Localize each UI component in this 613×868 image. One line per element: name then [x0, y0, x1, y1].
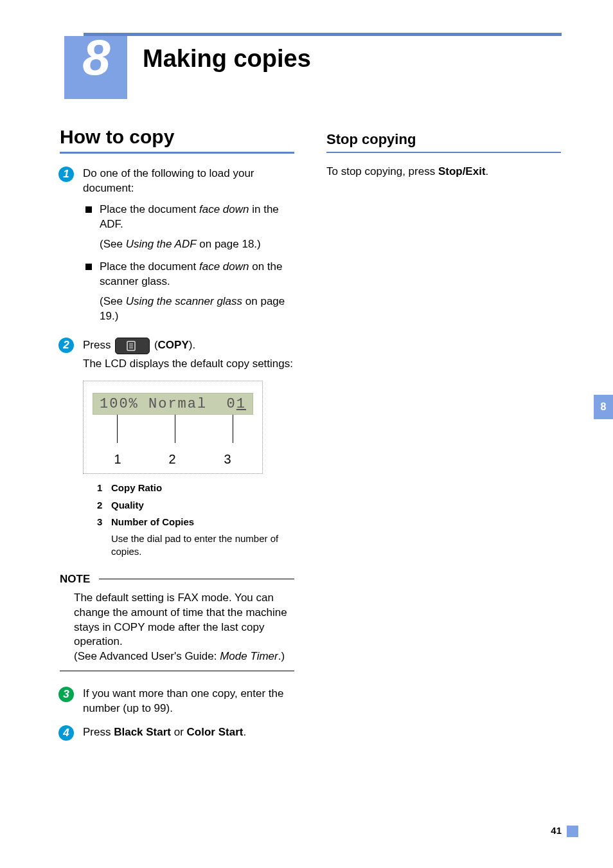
text-italic: face down: [199, 260, 249, 273]
note-head-rule: [99, 579, 294, 579]
lcd-label-3: 3: [202, 451, 253, 468]
step-2-body: Press (COPY). The LCD displays the defau…: [83, 338, 294, 558]
text-bold: Color Start: [187, 726, 244, 738]
step-1-bullet-2: Place the document face down on the scan…: [85, 260, 294, 289]
text-italic: Using the ADF: [126, 238, 197, 250]
legend-label: Number of Copies: [111, 516, 194, 529]
text: (See Advanced User's Guide:: [74, 650, 220, 662]
chapter-header-rule: [84, 33, 562, 36]
step-1-bullet-1: Place the document face down in the ADF.: [85, 203, 294, 232]
page-corner-decor: [567, 826, 578, 837]
legend-num: 3: [97, 516, 111, 529]
note-text-a: The default setting is FAX mode. You can…: [74, 591, 294, 650]
section-heading-how-to-copy: How to copy: [60, 126, 294, 148]
square-bullet-icon: [85, 206, 92, 213]
legend-note-3: Use the dial pad to enter the number of …: [111, 532, 294, 559]
text: 0: [227, 396, 236, 412]
text: .: [243, 726, 246, 738]
step-4-body: Press Black Start or Color Start.: [83, 725, 294, 740]
text-bold: COPY: [158, 339, 189, 352]
note-label: NOTE: [60, 573, 90, 586]
text-italic: face down: [199, 203, 249, 215]
step-3-badge: 3: [58, 687, 74, 702]
step-3-body: If you want more than one copy, enter th…: [83, 687, 294, 716]
text: To stop copying, press: [326, 165, 438, 177]
step-4: 4 Press Black Start or Color Start.: [60, 725, 294, 741]
step-2: 2 Press (COPY). The LCD displays the def…: [60, 338, 294, 558]
text: .): [278, 650, 285, 662]
note-foot-rule: [60, 671, 294, 671]
lcd-right-text: 01: [227, 395, 246, 414]
legend-num: 1: [97, 482, 111, 494]
lcd-labels-row: 1 2 3: [93, 451, 253, 468]
text: Press: [83, 339, 114, 352]
step-1: 1 Do one of the following to load your d…: [60, 167, 294, 331]
step-1-ref-1: (See Using the ADF on page 18.): [100, 237, 294, 252]
text: (See: [100, 238, 126, 250]
step-1-body: Do one of the following to load your doc…: [83, 167, 294, 331]
right-column: Stop copying To stop copying, press Stop…: [326, 126, 561, 747]
text: on page 18.): [197, 238, 261, 250]
step-3: 3 If you want more than one copy, enter …: [60, 687, 294, 716]
lcd-legend: 1 Copy Ratio 2 Quality 3 Number of Copie…: [97, 482, 294, 558]
note-text-b: (See Advanced User's Guide: Mode Timer.): [74, 649, 294, 664]
lcd-pointer-1: [117, 415, 118, 443]
step-1-bullet-2-text: Place the document face down on the scan…: [100, 260, 294, 289]
lcd-screen: 100% Normal 01: [93, 393, 253, 415]
square-bullet-icon: [85, 264, 92, 270]
note-box: NOTE The default setting is FAX mode. Yo…: [60, 573, 294, 676]
lcd-cursor-digit: 1: [236, 396, 246, 412]
note-head: NOTE: [60, 573, 294, 586]
step-4-badge: 4: [58, 725, 74, 741]
side-tab: 8: [594, 395, 613, 419]
text: .: [486, 165, 489, 177]
note-body: The default setting is FAX mode. You can…: [74, 591, 294, 665]
step-1-ref-2: (See Using the scanner glass on page 19.…: [100, 294, 294, 324]
lcd-pointer-2: [175, 415, 175, 443]
section-rule: [60, 152, 294, 154]
content-columns: How to copy 1 Do one of the following to…: [60, 126, 561, 747]
text: or: [171, 726, 187, 738]
lcd-left-text: 100% Normal: [100, 395, 207, 414]
text: ).: [189, 339, 195, 352]
subsection-rule: [326, 152, 561, 153]
page-number: 41: [551, 825, 562, 836]
copy-button-icon: [115, 338, 150, 354]
text-bold: Stop/Exit: [438, 165, 486, 177]
lcd-label-2: 2: [143, 451, 202, 468]
legend-num: 2: [97, 499, 111, 512]
lcd-diagram: 100% Normal 01 1 2 3: [83, 381, 263, 474]
step-2-badge: 2: [58, 338, 74, 353]
text: Press: [83, 726, 114, 738]
chapter-title: Making copies: [143, 45, 311, 73]
lcd-pointers: [93, 415, 253, 448]
lcd-pointer-3: [233, 415, 233, 443]
lcd-label-1: 1: [93, 451, 143, 468]
legend-label: Copy Ratio: [111, 482, 162, 494]
step-1-bullet-1-text: Place the document face down in the ADF.: [100, 203, 294, 232]
step-1-intro: Do one of the following to load your doc…: [83, 167, 254, 194]
text: (See: [100, 295, 126, 307]
legend-row-3: 3 Number of Copies: [97, 516, 294, 529]
page-root: 8 Making copies 8 How to copy 1 Do one o…: [0, 0, 613, 868]
legend-row-2: 2 Quality: [97, 499, 294, 512]
legend-row-1: 1 Copy Ratio: [97, 482, 294, 494]
legend-label: Quality: [111, 499, 144, 512]
text-italic: Mode Timer: [220, 650, 278, 662]
stop-copying-body: To stop copying, press Stop/Exit.: [326, 165, 561, 179]
subsection-heading-stop-copying: Stop copying: [326, 131, 561, 148]
text: Place the document: [100, 260, 199, 273]
text: Place the document: [100, 203, 199, 215]
chapter-number: 8: [64, 28, 127, 87]
left-column: How to copy 1 Do one of the following to…: [60, 126, 294, 747]
step-1-badge: 1: [58, 167, 74, 182]
text-italic: Using the scanner glass: [126, 295, 242, 307]
text-bold: Black Start: [114, 726, 171, 738]
step-2-after: The LCD displays the default copy settin…: [83, 357, 294, 372]
